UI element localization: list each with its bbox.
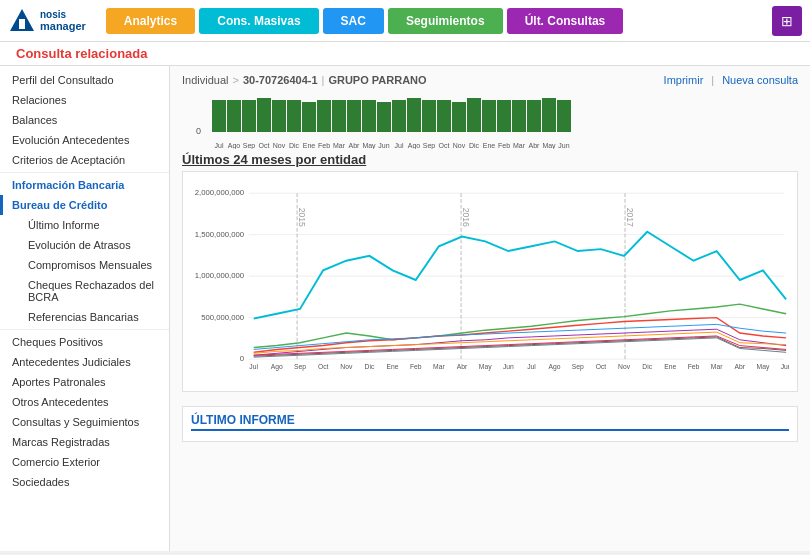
- sidebar-item-marcas[interactable]: Marcas Registradas: [0, 432, 169, 452]
- line-chart-title: Últimos 24 meses por entidad: [182, 152, 798, 167]
- breadcrumb: Individual > 30-70726404-1 | GRUPO PARRA…: [182, 74, 798, 86]
- sidebar-divider: [0, 172, 169, 173]
- sidebar-item-compromisos[interactable]: Compromisos Mensuales: [0, 255, 169, 275]
- logo-text: nosis manager: [40, 9, 86, 32]
- svg-text:Nov: Nov: [618, 363, 631, 370]
- sidebar-item-cheques-bcra[interactable]: Cheques Rechazados del BCRA: [0, 275, 169, 307]
- svg-text:1,500,000,000: 1,500,000,000: [195, 230, 244, 239]
- svg-text:Ago: Ago: [271, 363, 283, 371]
- line-chart-svg: 2,000,000,000 1,500,000,000 1,000,000,00…: [191, 180, 789, 380]
- svg-text:Jul: Jul: [527, 363, 536, 370]
- sidebar-item-criterios[interactable]: Criterios de Aceptación: [0, 150, 169, 170]
- bar-chart-area: 0 JulAgoSepOctNovDicEneFebMarAbrMayJunJu…: [182, 92, 798, 146]
- breadcrumb-right: Imprimir | Nueva consulta: [664, 74, 798, 86]
- sidebar-item-consultas[interactable]: Consultas y Seguimientos: [0, 412, 169, 432]
- page-title: Consulta relacionada: [16, 46, 147, 61]
- sidebar-divider-2: [0, 329, 169, 330]
- svg-text:Jun: Jun: [781, 363, 789, 370]
- sidebar-item-referencias[interactable]: Referencias Bancarias: [0, 307, 169, 327]
- sidebar-item-sociedades[interactable]: Sociedades: [0, 472, 169, 492]
- logo-area: nosis manager: [8, 7, 86, 35]
- nav-cons-masivas[interactable]: Cons. Masivas: [199, 8, 318, 34]
- layout: Perfil del Consultado Relaciones Balance…: [0, 66, 810, 551]
- breadcrumb-id: 30-70726404-1: [243, 74, 318, 86]
- main-content: Individual > 30-70726404-1 | GRUPO PARRA…: [170, 66, 810, 551]
- last-section: ÚLTIMO INFORME: [182, 406, 798, 442]
- svg-text:Abr: Abr: [457, 363, 468, 370]
- svg-text:2015: 2015: [297, 208, 307, 227]
- sidebar-item-ultimo-informe[interactable]: Último Informe: [0, 215, 169, 235]
- breadcrumb-left: Individual > 30-70726404-1 | GRUPO PARRA…: [182, 74, 427, 86]
- new-query-link[interactable]: Nueva consulta: [722, 74, 798, 86]
- bar-chart-labels: JulAgoSepOctNovDicEneFebMarAbrMayJunJulA…: [182, 142, 798, 149]
- sidebar-item-antecedentes[interactable]: Antecedentes Judiciales: [0, 352, 169, 372]
- sidebar-item-evolucion[interactable]: Evolución Antecedentes: [0, 130, 169, 150]
- main-nav: Analytics Cons. Masivas SAC Seguimientos…: [106, 8, 772, 34]
- svg-text:Nov: Nov: [340, 363, 353, 370]
- breadcrumb-individual: Individual: [182, 74, 228, 86]
- svg-text:1,000,000,000: 1,000,000,000: [195, 271, 244, 280]
- sidebar-item-evolucion-atrasos[interactable]: Evolución de Atrasos: [0, 235, 169, 255]
- header: nosis manager Analytics Cons. Masivas SA…: [0, 0, 810, 42]
- last-section-title: ÚLTIMO INFORME: [191, 413, 789, 431]
- sidebar-item-balances[interactable]: Balances: [0, 110, 169, 130]
- sidebar-item-bureau[interactable]: Bureau de Crédito: [0, 195, 169, 215]
- svg-text:Oct: Oct: [318, 363, 329, 370]
- svg-text:May: May: [479, 363, 492, 371]
- svg-text:Mar: Mar: [433, 363, 445, 370]
- nav-analytics[interactable]: Analytics: [106, 8, 195, 34]
- svg-text:2,000,000,000: 2,000,000,000: [195, 188, 244, 197]
- svg-text:Sep: Sep: [572, 363, 584, 371]
- svg-text:Feb: Feb: [688, 363, 700, 370]
- logo-icon: [8, 7, 36, 35]
- nav-ult-consultas[interactable]: Últ. Consultas: [507, 8, 624, 34]
- sidebar-item-relaciones[interactable]: Relaciones: [0, 90, 169, 110]
- sidebar-item-comercio[interactable]: Comercio Exterior: [0, 452, 169, 472]
- svg-text:Oct: Oct: [596, 363, 607, 370]
- breadcrumb-sep2: |: [322, 74, 325, 86]
- breadcrumb-sep1: >: [232, 74, 238, 86]
- svg-text:0: 0: [240, 354, 244, 363]
- svg-text:500,000,000: 500,000,000: [201, 313, 244, 322]
- page-title-bar: Consulta relacionada: [0, 42, 810, 66]
- breadcrumb-group: GRUPO PARRANO: [328, 74, 426, 86]
- logo-manager: manager: [40, 20, 86, 32]
- sidebar-item-cheques-pos[interactable]: Cheques Positivos: [0, 332, 169, 352]
- svg-text:Ago: Ago: [549, 363, 561, 371]
- svg-text:Jun: Jun: [503, 363, 514, 370]
- svg-text:Ene: Ene: [664, 363, 676, 370]
- sidebar-item-perfil[interactable]: Perfil del Consultado: [0, 70, 169, 90]
- svg-rect-1: [19, 19, 25, 29]
- sidebar-item-otros[interactable]: Otros Antecedentes: [0, 392, 169, 412]
- svg-text:Feb: Feb: [410, 363, 422, 370]
- grid-menu-button[interactable]: ⊞: [772, 6, 802, 36]
- svg-text:2017: 2017: [625, 208, 635, 227]
- svg-text:Sep: Sep: [294, 363, 306, 371]
- sidebar: Perfil del Consultado Relaciones Balance…: [0, 66, 170, 551]
- svg-text:May: May: [757, 363, 770, 371]
- svg-text:Dic: Dic: [642, 363, 652, 370]
- svg-text:2016: 2016: [461, 208, 471, 227]
- svg-text:Jul: Jul: [249, 363, 258, 370]
- logo-nosis: nosis: [40, 9, 86, 20]
- svg-text:Dic: Dic: [365, 363, 375, 370]
- nav-seguimientos[interactable]: Seguimientos: [388, 8, 503, 34]
- breadcrumb-sep3: |: [711, 74, 714, 86]
- svg-text:Abr: Abr: [735, 363, 746, 370]
- nav-sac[interactable]: SAC: [323, 8, 384, 34]
- line-chart-container: 2,000,000,000 1,500,000,000 1,000,000,00…: [182, 171, 798, 392]
- bar-chart-zero-label: 0: [196, 126, 201, 136]
- print-link[interactable]: Imprimir: [664, 74, 704, 86]
- sidebar-item-info-bancaria[interactable]: Información Bancaria: [0, 175, 169, 195]
- bar-chart-bars: [182, 92, 798, 142]
- svg-text:Ene: Ene: [387, 363, 399, 370]
- sidebar-item-aportes[interactable]: Aportes Patronales: [0, 372, 169, 392]
- svg-text:Mar: Mar: [711, 363, 723, 370]
